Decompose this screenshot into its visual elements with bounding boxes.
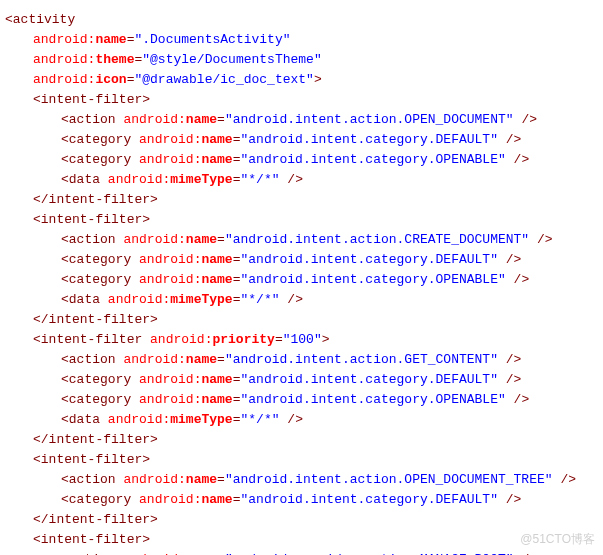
intent-filter-close: </intent-filter> bbox=[5, 430, 598, 450]
action-line: <action android:name="android.intent.act… bbox=[5, 350, 598, 370]
data-line: <data android:mimeType="*/*" /> bbox=[5, 410, 598, 430]
category-line: <category android:name="android.intent.c… bbox=[5, 490, 598, 510]
action-line: <action android:name="android.intent.act… bbox=[5, 230, 598, 250]
intent-filter-open: <intent-filter> bbox=[5, 530, 598, 550]
category-line: <category android:name="android.intent.c… bbox=[5, 270, 598, 290]
intent-filter-open: <intent-filter> bbox=[5, 450, 598, 470]
xml-code-block: <activity android:name=".DocumentsActivi… bbox=[5, 10, 598, 555]
activity-attr-icon: android:icon="@drawable/ic_doc_text"> bbox=[5, 70, 598, 90]
intent-filter-close: </intent-filter> bbox=[5, 510, 598, 530]
intent-filter-open: <intent-filter> bbox=[5, 210, 598, 230]
action-line: <action android:name="android.intent.act… bbox=[5, 110, 598, 130]
data-line: <data android:mimeType="*/*" /> bbox=[5, 170, 598, 190]
category-line: <category android:name="android.intent.c… bbox=[5, 390, 598, 410]
intent-filter-open: <intent-filter> bbox=[5, 90, 598, 110]
intent-filter-close: </intent-filter> bbox=[5, 190, 598, 210]
action-line: <action android:name="android.intent.act… bbox=[5, 470, 598, 490]
category-line: <category android:name="android.intent.c… bbox=[5, 250, 598, 270]
activity-attr-theme: android:theme="@style/DocumentsTheme" bbox=[5, 50, 598, 70]
action-line: <action android:name="android.provider.a… bbox=[5, 550, 598, 555]
intent-filter-close: </intent-filter> bbox=[5, 310, 598, 330]
activity-open: <activity bbox=[5, 10, 598, 30]
category-line: <category android:name="android.intent.c… bbox=[5, 150, 598, 170]
category-line: <category android:name="android.intent.c… bbox=[5, 130, 598, 150]
category-line: <category android:name="android.intent.c… bbox=[5, 370, 598, 390]
intent-filter-open: <intent-filter android:priority="100"> bbox=[5, 330, 598, 350]
activity-attr-name: android:name=".DocumentsActivity" bbox=[5, 30, 598, 50]
data-line: <data android:mimeType="*/*" /> bbox=[5, 290, 598, 310]
